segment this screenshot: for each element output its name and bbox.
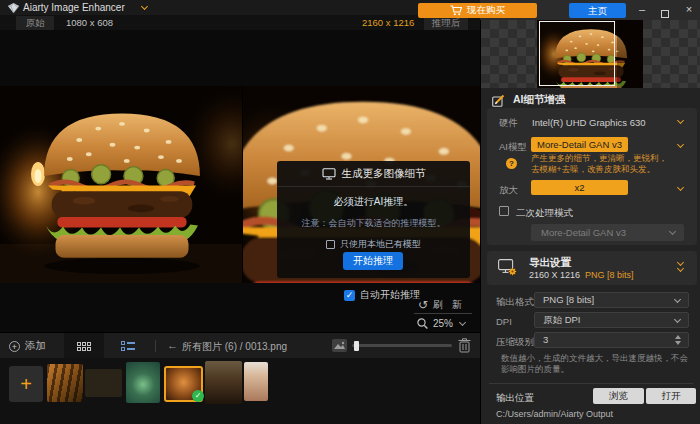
result-size-label: 2160 x 1216: [362, 17, 414, 28]
local-model-label: 只使用本地已有模型: [340, 238, 421, 251]
dpi-dropdown[interactable]: 原始 DPI: [534, 312, 689, 328]
magnifier-icon: [416, 317, 429, 330]
scale-dropdown[interactable]: x2: [531, 180, 628, 195]
zoom-control[interactable]: 25%: [416, 317, 465, 330]
dpi-chevron-icon: [674, 316, 681, 323]
zoom-chevron-icon[interactable]: [459, 319, 466, 326]
compression-value: 3: [543, 334, 548, 345]
auto-start-option[interactable]: ✓ 自动开始推理: [344, 288, 420, 302]
tab-original[interactable]: 原始: [16, 16, 54, 30]
compression-hint-line2: 影响图片的质量。: [501, 364, 569, 376]
export-expand-icon[interactable]: [678, 260, 683, 271]
compression-spinner[interactable]: 3: [534, 332, 689, 348]
buy-now-label: 现在购买: [467, 4, 505, 17]
output-path: C:/Users/admin/Aiarty Output: [496, 409, 613, 419]
dialog-title: 生成更多图像细节: [342, 167, 426, 181]
minimize-button[interactable]: –: [634, 0, 650, 18]
grid-view-tab[interactable]: [64, 333, 104, 359]
compression-label: 压缩级别: [496, 336, 534, 349]
auto-start-checkbox[interactable]: ✓: [344, 290, 355, 301]
trash-icon[interactable]: [458, 338, 471, 353]
back-arrow-icon[interactable]: ←: [167, 339, 178, 351]
maximize-button[interactable]: [657, 5, 673, 15]
start-inference-button[interactable]: 开始推理: [343, 252, 403, 270]
open-button[interactable]: 打开: [646, 388, 696, 404]
dpi-label: DPI: [496, 316, 512, 327]
output-location-label: 输出位置: [496, 392, 534, 405]
format-value: PNG [8 bits]: [543, 294, 594, 305]
second-pass-chevron-icon: [669, 228, 676, 235]
refresh-control[interactable]: ↺ 刷 新: [418, 298, 465, 312]
grid-view-icon: [77, 342, 91, 351]
format-dropdown[interactable]: PNG [8 bits]: [534, 292, 689, 308]
thumbnail-size-icon: [332, 339, 347, 352]
ai-inference-dialog: 生成更多图像细节 必须进行AI推理。 注意：会自动下载适合的推理模型。 只使用本…: [277, 161, 470, 278]
output-divider: [489, 383, 693, 384]
second-pass-model-dropdown: More-Detail GAN v3: [531, 224, 684, 241]
thumbnail-butterfly[interactable]: [85, 369, 122, 397]
ai-section-title: AI细节增强: [513, 93, 566, 107]
home-button[interactable]: 主页: [569, 3, 626, 18]
second-pass-model-value: More-Detail GAN v3: [541, 227, 626, 238]
refresh-label: 刷 新: [433, 298, 465, 312]
thumbnail-size-slider[interactable]: [352, 344, 452, 347]
monitor-icon: [322, 168, 336, 180]
tab-result[interactable]: 推理后: [424, 16, 468, 30]
add-label: 添加: [25, 339, 46, 353]
slider-handle[interactable]: [354, 341, 359, 351]
hardware-chevron-icon[interactable]: [677, 117, 684, 124]
add-thumbnail-button[interactable]: +: [9, 366, 43, 402]
local-model-option[interactable]: 只使用本地已有模型: [277, 238, 470, 251]
title-bar: Aiarty Image Enhancer: [0, 0, 480, 15]
export-summary: 2160 X 1216 PNG [8 bits]: [529, 270, 634, 280]
browse-button[interactable]: 浏览: [593, 388, 644, 404]
dialog-subtitle: 必须进行AI推理。: [277, 195, 470, 209]
original-size-label: 1080 x 608: [66, 17, 113, 28]
second-pass-label: 二次处理模式: [516, 207, 573, 220]
preview-canvas[interactable]: 生成更多图像细节 必须进行AI推理。 注意：会自动下载适合的推理模型。 只使用本…: [0, 30, 480, 332]
dpi-value: 原始 DPI: [543, 314, 580, 325]
cart-icon: [450, 5, 462, 16]
model-dropdown[interactable]: More-Detail GAN v3: [531, 137, 628, 152]
original-photo-burger: [0, 86, 243, 283]
export-settings-box[interactable]: 导出设置 2160 X 1216 PNG [8 bits]: [487, 251, 697, 285]
navigator-viewport-rect[interactable]: [539, 21, 615, 86]
dialog-header: 生成更多图像细节: [277, 161, 470, 187]
format-chevron-icon: [674, 296, 681, 303]
thumbnail-tiger[interactable]: [47, 364, 83, 402]
model-chevron-icon[interactable]: [677, 141, 684, 148]
close-button[interactable]: ×: [681, 0, 697, 18]
local-model-checkbox[interactable]: [326, 240, 335, 249]
app-menu-chevron-icon[interactable]: [141, 3, 148, 10]
auto-start-label: 自动开始推理: [360, 288, 420, 302]
breadcrumb: 所有图片 (6) / 0013.png: [182, 340, 287, 354]
model-help-icon[interactable]: ?: [506, 158, 517, 169]
add-images-button[interactable]: + 添加: [9, 339, 46, 353]
ai-settings-box: 硬件 Intel(R) UHD Graphics 630 AI模型 More-D…: [487, 108, 697, 245]
list-view-icon: [121, 341, 135, 351]
hardware-label: 硬件: [499, 117, 518, 130]
toolbar-divider: [155, 340, 156, 352]
ai-enhance-icon: [492, 94, 505, 107]
spinner-arrows-icon[interactable]: [675, 335, 681, 345]
view-bar: 原始 1080 x 608 2160 x 1216 推理后: [0, 15, 480, 30]
scale-chevron-icon[interactable]: [677, 184, 684, 191]
buy-now-button[interactable]: 现在购买: [418, 3, 537, 18]
add-circle-icon: +: [9, 341, 20, 352]
thumbnail-terrarium[interactable]: [126, 362, 160, 403]
model-help-line2: 去模糊+去噪，改善皮肤和头发。: [531, 164, 655, 176]
thumbnail-strip: + ✓: [0, 358, 480, 424]
image-navigator[interactable]: [481, 20, 700, 88]
format-label: 输出格式: [496, 296, 534, 309]
thumbnail-dog[interactable]: [205, 361, 242, 404]
bottom-toolbar: + 添加 ← 所有图片 (6) / 0013.png: [0, 332, 480, 358]
app-title: Aiarty Image Enhancer: [23, 2, 125, 13]
export-summary-format: PNG [8 bits]: [585, 270, 634, 280]
second-pass-checkbox[interactable]: [499, 206, 509, 216]
export-settings-icon: [498, 259, 517, 276]
refresh-icon: ↺: [418, 299, 428, 311]
list-view-tab[interactable]: [108, 333, 148, 359]
dialog-note: 注意：会自动下载适合的推理模型。: [277, 217, 470, 230]
export-title: 导出设置: [529, 256, 571, 270]
thumbnail-portrait[interactable]: [244, 362, 268, 401]
